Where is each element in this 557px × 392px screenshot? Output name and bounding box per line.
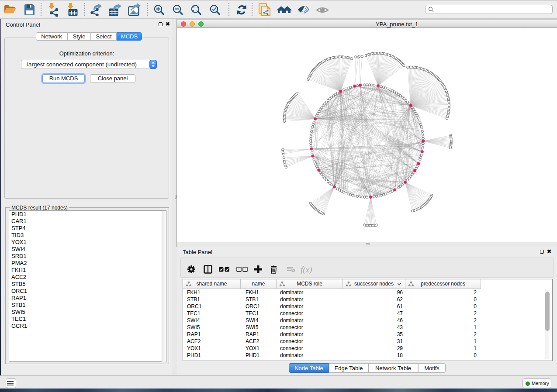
- svg-text:f(x): f(x): [301, 265, 312, 275]
